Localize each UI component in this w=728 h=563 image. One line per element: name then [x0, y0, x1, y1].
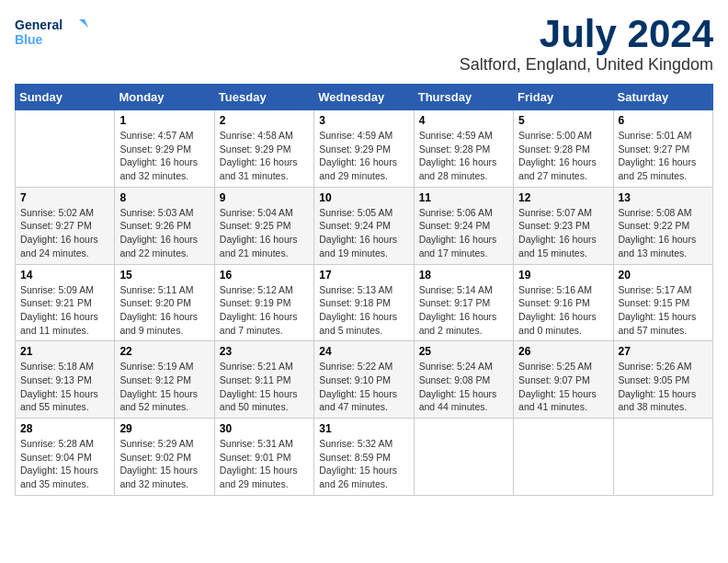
- day-cell: 11Sunrise: 5:06 AM Sunset: 9:24 PM Dayli…: [414, 187, 513, 264]
- day-info: Sunrise: 5:01 AM Sunset: 9:27 PM Dayligh…: [619, 129, 708, 183]
- day-cell: 25Sunrise: 5:24 AM Sunset: 9:08 PM Dayli…: [414, 341, 513, 419]
- day-number: 1: [119, 114, 209, 127]
- header-cell-sunday: Sunday: [16, 85, 115, 110]
- day-number: 28: [20, 422, 109, 435]
- header-cell-wednesday: Wednesday: [314, 85, 414, 110]
- day-cell: 29Sunrise: 5:29 AM Sunset: 9:02 PM Dayli…: [115, 419, 214, 496]
- page-header: General Blue July 2024 Saltford, England…: [15, 15, 713, 75]
- day-info: Sunrise: 5:05 AM Sunset: 9:24 PM Dayligh…: [319, 206, 408, 260]
- calendar-table: SundayMondayTuesdayWednesdayThursdayFrid…: [15, 84, 713, 496]
- day-number: 18: [419, 269, 508, 282]
- month-title: July 2024: [460, 15, 713, 53]
- day-number: 29: [119, 422, 209, 435]
- day-info: Sunrise: 5:08 AM Sunset: 9:22 PM Dayligh…: [619, 206, 708, 260]
- day-number: 13: [619, 191, 708, 204]
- title-area: July 2024 Saltford, England, United King…: [460, 15, 713, 75]
- day-number: 8: [119, 191, 209, 204]
- day-number: 21: [20, 345, 109, 358]
- day-number: 12: [518, 191, 608, 204]
- day-info: Sunrise: 5:26 AM Sunset: 9:05 PM Dayligh…: [619, 360, 708, 414]
- day-cell: 5Sunrise: 5:00 AM Sunset: 9:28 PM Daylig…: [514, 110, 613, 188]
- day-info: Sunrise: 5:11 AM Sunset: 9:20 PM Dayligh…: [119, 283, 209, 338]
- day-cell: [16, 110, 115, 188]
- day-number: 17: [319, 269, 408, 282]
- day-number: 9: [220, 191, 309, 204]
- day-cell: 8Sunrise: 5:03 AM Sunset: 9:26 PM Daylig…: [115, 187, 214, 264]
- day-info: Sunrise: 4:59 AM Sunset: 9:28 PM Dayligh…: [419, 129, 508, 183]
- day-number: 24: [319, 345, 408, 358]
- day-number: 7: [20, 191, 109, 204]
- day-info: Sunrise: 5:32 AM Sunset: 8:59 PM Dayligh…: [319, 437, 408, 491]
- day-cell: 7Sunrise: 5:02 AM Sunset: 9:27 PM Daylig…: [16, 187, 115, 264]
- day-cell: 6Sunrise: 5:01 AM Sunset: 9:27 PM Daylig…: [613, 110, 712, 188]
- day-cell: 13Sunrise: 5:08 AM Sunset: 9:22 PM Dayli…: [613, 187, 712, 264]
- day-number: 10: [319, 191, 408, 204]
- day-info: Sunrise: 5:29 AM Sunset: 9:02 PM Dayligh…: [119, 437, 209, 491]
- day-cell: 31Sunrise: 5:32 AM Sunset: 8:59 PM Dayli…: [314, 419, 414, 496]
- day-info: Sunrise: 5:25 AM Sunset: 9:07 PM Dayligh…: [518, 360, 608, 414]
- day-info: Sunrise: 4:57 AM Sunset: 9:29 PM Dayligh…: [119, 129, 209, 183]
- day-info: Sunrise: 5:21 AM Sunset: 9:11 PM Dayligh…: [220, 360, 309, 414]
- day-number: 20: [619, 269, 708, 282]
- header-cell-saturday: Saturday: [613, 85, 712, 110]
- day-number: 5: [518, 114, 608, 127]
- day-info: Sunrise: 5:19 AM Sunset: 9:12 PM Dayligh…: [119, 360, 209, 414]
- day-number: 31: [319, 422, 408, 435]
- week-row-3: 14Sunrise: 5:09 AM Sunset: 9:21 PM Dayli…: [16, 264, 713, 341]
- day-cell: 28Sunrise: 5:28 AM Sunset: 9:04 PM Dayli…: [16, 419, 115, 496]
- svg-text:General: General: [15, 17, 63, 32]
- day-cell: 9Sunrise: 5:04 AM Sunset: 9:25 PM Daylig…: [214, 187, 313, 264]
- day-cell: 2Sunrise: 4:58 AM Sunset: 9:29 PM Daylig…: [214, 110, 313, 188]
- header-cell-tuesday: Tuesday: [214, 85, 313, 110]
- day-cell: 30Sunrise: 5:31 AM Sunset: 9:01 PM Dayli…: [214, 419, 313, 496]
- day-cell: 14Sunrise: 5:09 AM Sunset: 9:21 PM Dayli…: [16, 264, 115, 341]
- day-info: Sunrise: 5:09 AM Sunset: 9:21 PM Dayligh…: [20, 283, 109, 338]
- week-row-2: 7Sunrise: 5:02 AM Sunset: 9:27 PM Daylig…: [16, 187, 713, 264]
- day-number: 14: [20, 269, 109, 282]
- location-title: Saltford, England, United Kingdom: [460, 55, 713, 75]
- day-number: 4: [419, 114, 508, 127]
- day-info: Sunrise: 5:00 AM Sunset: 9:28 PM Dayligh…: [518, 129, 608, 183]
- header-cell-thursday: Thursday: [414, 85, 513, 110]
- day-cell: 19Sunrise: 5:16 AM Sunset: 9:16 PM Dayli…: [514, 264, 613, 341]
- day-cell: 1Sunrise: 4:57 AM Sunset: 9:29 PM Daylig…: [115, 110, 214, 188]
- day-number: 26: [518, 345, 608, 358]
- day-info: Sunrise: 5:17 AM Sunset: 9:15 PM Dayligh…: [619, 283, 708, 338]
- week-row-4: 21Sunrise: 5:18 AM Sunset: 9:13 PM Dayli…: [16, 341, 713, 419]
- day-cell: [613, 419, 712, 496]
- day-cell: 18Sunrise: 5:14 AM Sunset: 9:17 PM Dayli…: [414, 264, 513, 341]
- day-cell: 15Sunrise: 5:11 AM Sunset: 9:20 PM Dayli…: [115, 264, 214, 341]
- day-number: 23: [220, 345, 309, 358]
- day-info: Sunrise: 5:31 AM Sunset: 9:01 PM Dayligh…: [220, 437, 309, 491]
- day-info: Sunrise: 5:03 AM Sunset: 9:26 PM Dayligh…: [119, 206, 209, 260]
- day-number: 27: [619, 345, 708, 358]
- day-info: Sunrise: 5:22 AM Sunset: 9:10 PM Dayligh…: [319, 360, 408, 414]
- day-info: Sunrise: 4:58 AM Sunset: 9:29 PM Dayligh…: [220, 129, 309, 183]
- day-cell: 12Sunrise: 5:07 AM Sunset: 9:23 PM Dayli…: [514, 187, 613, 264]
- day-cell: 4Sunrise: 4:59 AM Sunset: 9:28 PM Daylig…: [414, 110, 513, 188]
- day-info: Sunrise: 5:24 AM Sunset: 9:08 PM Dayligh…: [419, 360, 508, 414]
- day-info: Sunrise: 4:59 AM Sunset: 9:29 PM Dayligh…: [319, 129, 408, 183]
- day-cell: [414, 419, 513, 496]
- day-number: 30: [220, 422, 309, 435]
- day-number: 2: [220, 114, 309, 127]
- day-info: Sunrise: 5:02 AM Sunset: 9:27 PM Dayligh…: [20, 206, 109, 260]
- day-cell: 17Sunrise: 5:13 AM Sunset: 9:18 PM Dayli…: [314, 264, 414, 341]
- day-cell: 3Sunrise: 4:59 AM Sunset: 9:29 PM Daylig…: [314, 110, 414, 188]
- day-cell: 10Sunrise: 5:05 AM Sunset: 9:24 PM Dayli…: [314, 187, 414, 264]
- day-cell: 24Sunrise: 5:22 AM Sunset: 9:10 PM Dayli…: [314, 341, 414, 419]
- day-cell: 26Sunrise: 5:25 AM Sunset: 9:07 PM Dayli…: [514, 341, 613, 419]
- header-row: SundayMondayTuesdayWednesdayThursdayFrid…: [16, 85, 713, 110]
- week-row-1: 1Sunrise: 4:57 AM Sunset: 9:29 PM Daylig…: [16, 110, 713, 188]
- day-cell: 27Sunrise: 5:26 AM Sunset: 9:05 PM Dayli…: [613, 341, 712, 419]
- day-info: Sunrise: 5:16 AM Sunset: 9:16 PM Dayligh…: [518, 283, 608, 338]
- day-number: 3: [319, 114, 408, 127]
- header-cell-monday: Monday: [115, 85, 214, 110]
- svg-marker-2: [79, 19, 88, 28]
- day-cell: 21Sunrise: 5:18 AM Sunset: 9:13 PM Dayli…: [16, 341, 115, 419]
- day-info: Sunrise: 5:14 AM Sunset: 9:17 PM Dayligh…: [419, 283, 508, 338]
- day-info: Sunrise: 5:18 AM Sunset: 9:13 PM Dayligh…: [20, 360, 109, 414]
- day-cell: 16Sunrise: 5:12 AM Sunset: 9:19 PM Dayli…: [214, 264, 313, 341]
- day-number: 15: [119, 269, 209, 282]
- day-info: Sunrise: 5:13 AM Sunset: 9:18 PM Dayligh…: [319, 283, 408, 338]
